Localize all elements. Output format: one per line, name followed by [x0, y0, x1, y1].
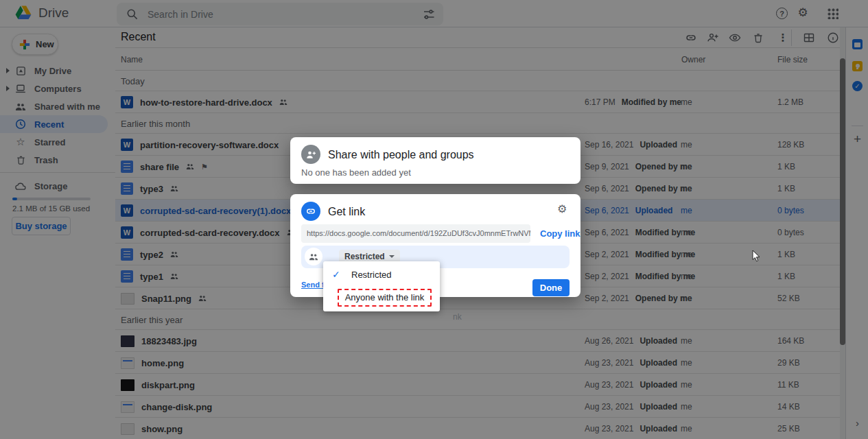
- copy-link-button[interactable]: Copy link: [540, 228, 580, 239]
- access-subtitle-fragment: nk: [453, 312, 462, 322]
- people-icon: [305, 248, 322, 265]
- check-icon: ✓: [332, 269, 340, 280]
- dropdown-option[interactable]: ✓ Restricted: [323, 264, 440, 285]
- share-dialog: Share with people and groups No one has …: [290, 137, 580, 184]
- option-label: Anyone with the link: [338, 289, 432, 307]
- add-person-icon: [301, 145, 320, 164]
- share-url-field[interactable]: https://docs.google.com/document/d/192Zu…: [301, 224, 530, 243]
- get-link-dialog-title: Get link: [328, 206, 365, 218]
- google-drive-window: Drive ? ⚙ j New: [0, 0, 868, 439]
- share-dialog-empty-text: No one has been added yet: [301, 167, 411, 178]
- mouse-cursor: [752, 250, 762, 263]
- chevron-down-icon: [389, 255, 395, 258]
- link-icon: [301, 202, 320, 221]
- done-button[interactable]: Done: [532, 279, 570, 296]
- dropdown-option[interactable]: ✓ Anyone with the link: [323, 285, 440, 307]
- access-dropdown: ✓ Restricted ✓ Anyone with the link: [323, 261, 440, 311]
- option-label: Restricted: [351, 264, 392, 285]
- share-dialog-title: Share with people and groups: [328, 149, 474, 161]
- link-settings-gear-icon[interactable]: ⚙: [557, 202, 567, 215]
